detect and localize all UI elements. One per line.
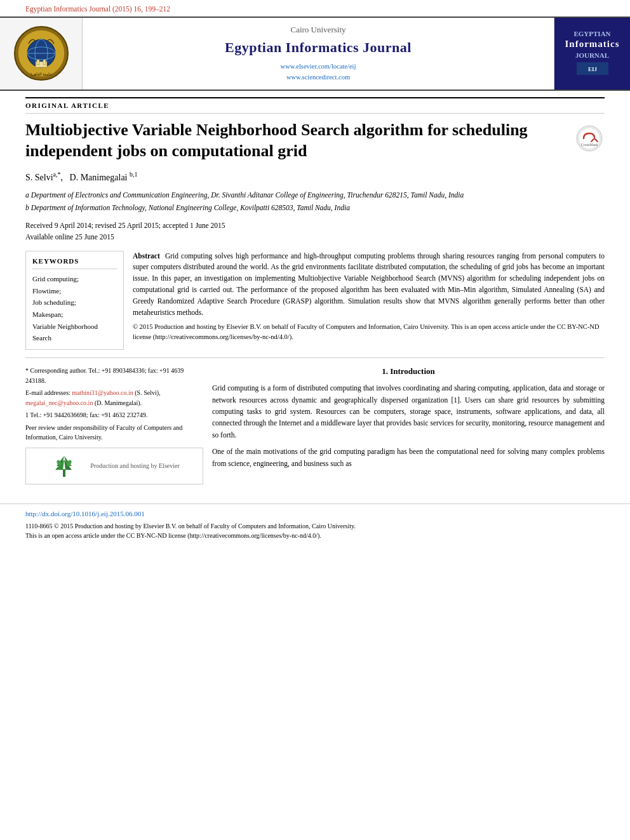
section-divider	[25, 357, 605, 358]
author2-name: D. Manimegalai	[70, 173, 128, 182]
footnote-left: * Corresponding author. Tel.: +91 890348…	[25, 366, 203, 484]
svg-rect-16	[63, 469, 65, 477]
journal-header: جامعة القاهرة Cairo University Egyptian …	[0, 17, 630, 91]
url2[interactable]: www.sciencedirect.com	[281, 72, 356, 83]
bottom-copyright-line1: 1110-8665 © 2015 Production and hosting …	[25, 521, 605, 531]
email1-link[interactable]: mathini31@yahoo.co.in	[72, 389, 133, 396]
email1-name: (S. Selvi),	[135, 389, 160, 396]
crossmark-icon: CrossMark	[576, 125, 603, 152]
journal-citation: Egyptian Informatics Journal (2015) 16, …	[25, 5, 170, 13]
journal-urls: www.elsevier.com/locate/eij www.scienced…	[281, 62, 356, 83]
email2-name: (D. Manimegalai).	[95, 399, 142, 406]
abstract-copyright: © 2015 Production and hosting by Elsevie…	[133, 322, 605, 342]
author1-name: S. Selvi	[25, 173, 53, 182]
journal-citation-bar: Egyptian Informatics Journal (2015) 16, …	[0, 0, 630, 17]
eij-logo: EGYPTIAN Informatics JOURNAL EIJ	[565, 29, 620, 78]
keywords-box: KEYWORDS Grid computing; Flowtime; Job s…	[25, 251, 124, 350]
abstract-box: Abstract Grid computing solves high perf…	[133, 251, 605, 350]
svg-text:CrossMark: CrossMark	[581, 143, 598, 147]
keyword-6: Search	[32, 332, 117, 344]
url1[interactable]: www.elsevier.com/locate/eij	[281, 62, 356, 72]
received-date: Received 9 April 2014; revised 25 April …	[25, 220, 605, 231]
ej-logo-bot: JOURNAL	[575, 51, 609, 60]
keyword-3: Job scheduling;	[32, 297, 117, 309]
ej-logo-top: EGYPTIAN	[573, 29, 610, 38]
footnote-section: * Corresponding author. Tel.: +91 890348…	[25, 366, 605, 484]
intro-section-header: 1. Introduction	[212, 366, 605, 377]
intro-body: Grid computing is a form of distributed …	[212, 382, 605, 469]
svg-rect-8	[43, 60, 46, 65]
ej-logo-mid: Informatics	[565, 38, 620, 51]
bottom-copyright-line2: This is an open access article under the…	[25, 531, 605, 540]
email-label: E-mail addresses:	[25, 389, 70, 396]
svg-rect-7	[37, 60, 39, 65]
tel1-note: 1 Tel.: +91 9442636698; fax: +91 4632 23…	[25, 410, 203, 420]
abstract-keywords-section: KEYWORDS Grid computing; Flowtime; Job s…	[25, 251, 605, 350]
peer-review-note: Peer review under responsibility of Facu…	[25, 423, 203, 443]
journal-full-title: Egyptian Informatics Journal	[225, 38, 412, 58]
crossmark-container: CrossMark	[576, 125, 605, 155]
paper-title: Multiobjective Variable Neighborhood Sea…	[25, 120, 546, 161]
author2-sup: b,1	[130, 171, 138, 178]
bottom-footer: http://dx.doi.org/10.1016/j.eij.2015.06.…	[0, 503, 630, 545]
university-name: Cairo University	[290, 24, 345, 36]
elsevier-label: Production and hosting by Elsevier	[90, 462, 180, 470]
keyword-5: Variable Neighborhood	[32, 321, 117, 333]
intro-para2: One of the main motivations of the grid …	[212, 446, 605, 469]
abstract-copyright-text: © 2015 Production and hosting by Elsevie…	[133, 323, 600, 340]
eij-logo-container: EGYPTIAN Informatics JOURNAL EIJ	[554, 18, 630, 90]
author1-sup: a,*	[53, 171, 61, 178]
abstract-label: Abstract	[133, 252, 160, 260]
abstract-text: Abstract Grid computing solves high perf…	[133, 251, 605, 319]
keyword-1: Grid computing;	[32, 273, 117, 285]
elsevier-logo-box: Production and hosting by Elsevier	[25, 448, 203, 484]
affiliation-a: a Department of Electronics and Communic…	[25, 190, 605, 201]
keywords-list: Grid computing; Flowtime; Job scheduling…	[32, 273, 117, 344]
intro-para1: Grid computing is a form of distributed …	[212, 382, 605, 441]
university-crest-container: جامعة القاهرة	[0, 18, 83, 90]
main-content: ORIGINAL ARTICLE Multiobjective Variable…	[0, 91, 630, 491]
ej-logo-decoration-icon: EIJ	[577, 62, 608, 78]
journal-title-center: Cairo University Egyptian Informatics Jo…	[83, 18, 554, 90]
page: Egyptian Informatics Journal (2015) 16, …	[0, 0, 630, 840]
article-type-label: ORIGINAL ARTICLE	[25, 97, 605, 114]
email-addresses-note: E-mail addresses: mathini31@yahoo.co.in …	[25, 388, 203, 408]
authors-section: S. Selvia,*, D. Manimegalai b,1	[25, 170, 605, 183]
keywords-header: KEYWORDS	[32, 257, 117, 269]
abstract-body: Grid computing solves high performance a…	[133, 252, 605, 316]
title-row: Multiobjective Variable Neighborhood Sea…	[25, 120, 605, 161]
available-date: Available online 25 June 2015	[25, 231, 605, 243]
affiliation-b: b Department of Information Technology, …	[25, 203, 605, 213]
doi-url[interactable]: http://dx.doi.org/10.1016/j.eij.2015.06.…	[25, 510, 145, 517]
svg-text:جامعة القاهرة: جامعة القاهرة	[30, 72, 52, 77]
email2-link[interactable]: megalai_nec@yahoo.co.in	[25, 399, 93, 406]
svg-text:EIJ: EIJ	[587, 66, 597, 72]
introduction-section: 1. Introduction Grid computing is a form…	[212, 366, 605, 484]
keyword-2: Flowtime;	[32, 285, 117, 297]
university-crest-icon: جامعة القاهرة	[13, 25, 70, 82]
dates-section: Received 9 April 2014; revised 25 April …	[25, 220, 605, 243]
affiliations-section: a Department of Electronics and Communic…	[25, 190, 605, 213]
keyword-4: Makespan;	[32, 309, 117, 321]
elsevier-logo-icon	[49, 453, 84, 479]
doi-link[interactable]: http://dx.doi.org/10.1016/j.eij.2015.06.…	[25, 509, 605, 519]
corresponding-author-note: * Corresponding author. Tel.: +91 890348…	[25, 366, 203, 385]
